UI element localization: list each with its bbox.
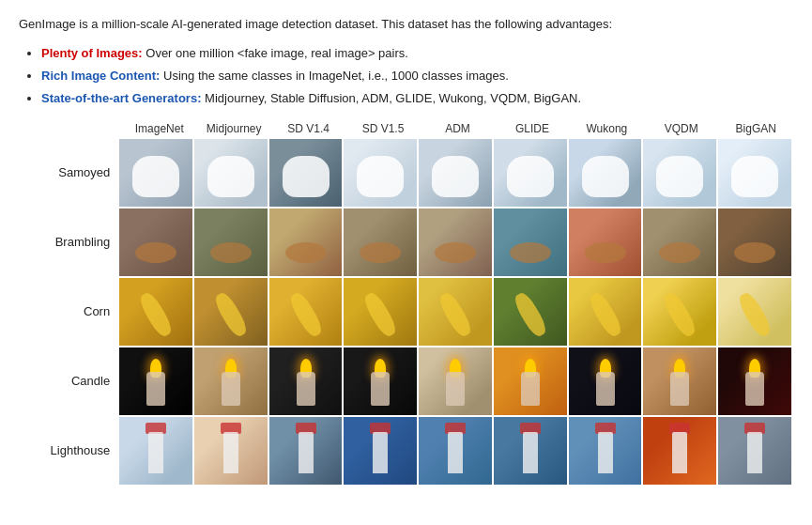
candle-sdv14 [269,347,343,415]
samoyed-imagenet [119,139,192,207]
column-headers: ImageNet Midjourney SD V1.4 SD V1.5 ADM … [122,122,793,139]
col-midjourney: Midjourney [196,122,270,139]
row-samoyed: Samoyed [19,139,793,207]
brambling-glide [494,208,567,276]
samoyed-sdv15 [344,139,417,207]
row-candle: Candle [19,347,793,415]
candle-sdv15 [344,347,417,415]
label-candle: Candle [19,374,119,388]
bullet-3: State-of-the-art Generators: Midjourney,… [41,88,793,109]
lighthouse-wukong [569,417,642,485]
bullet-2-label: Rich Image Content: [41,69,160,83]
brambling-sdv15 [344,208,417,276]
corn-vqdm [643,278,716,346]
bullet-2-text: Using the same classes in ImageNet, i.e.… [163,69,509,83]
samoyed-biggan [718,139,791,207]
corn-sdv14 [269,278,343,346]
samoyed-sdv14 [269,139,343,207]
brambling-imagenet [119,208,192,276]
bullet-3-text: Midjourney, Stable Diffusion, ADM, GLIDE… [205,91,581,105]
lighthouse-vqdm [643,417,716,485]
row-brambling: Brambling [19,208,793,276]
col-wukong: Wukong [570,122,644,139]
samoyed-vqdm [643,139,716,207]
lighthouse-adm [419,417,492,485]
bullet-1-label: Plenty of Images: [41,46,143,60]
brambling-sdv14 [269,208,343,276]
corn-sdv15 [344,278,417,346]
brambling-wukong [569,208,642,276]
candle-vqdm [643,347,716,415]
samoyed-glide [494,139,567,207]
bullet-2: Rich Image Content: Using the same class… [41,66,793,86]
candle-glide [494,347,567,415]
label-corn: Corn [19,304,119,318]
col-vqdm: VQDM [644,122,718,139]
label-brambling: Brambling [19,235,119,249]
lighthouse-imagenet [119,417,192,485]
label-samoyed: Samoyed [19,165,119,179]
lighthouse-sdv15 [344,417,417,485]
row-lighthouse: Lighthouse [19,417,793,485]
lighthouse-sdv14 [269,417,343,485]
corn-wukong [569,278,642,346]
candle-biggan [718,347,791,415]
samoyed-wukong [569,139,642,207]
feature-list: Plenty of Images: Over one million <fake… [41,43,793,109]
corn-midjourney [194,278,268,346]
candle-wukong [569,347,642,415]
col-adm: ADM [421,122,495,139]
bullet-1-text: Over one million <fake image, real image… [146,46,408,60]
bullet-1: Plenty of Images: Over one million <fake… [41,43,793,64]
col-biggan: BigGAN [719,122,793,139]
samoyed-adm [419,139,492,207]
candle-imagenet [119,347,192,415]
samoyed-midjourney [194,139,268,207]
lighthouse-biggan [718,417,791,485]
image-grid: ImageNet Midjourney SD V1.4 SD V1.5 ADM … [19,122,793,486]
corn-adm [419,278,492,346]
brambling-biggan [718,208,791,276]
candle-adm [419,347,492,415]
col-sdv14: SD V1.4 [271,122,345,139]
corn-imagenet [119,278,192,346]
col-imagenet: ImageNet [122,122,196,139]
lighthouse-midjourney [194,417,268,485]
col-sdv15: SD V1.5 [345,122,420,139]
brambling-vqdm [643,208,716,276]
label-lighthouse: Lighthouse [19,443,119,457]
intro-paragraph: GenImage is a million-scale AI-generated… [19,15,793,34]
corn-glide [494,278,567,346]
col-glide: GLIDE [495,122,569,139]
corn-biggan [718,278,791,346]
candle-midjourney [194,347,268,415]
brambling-midjourney [194,208,268,276]
bullet-3-label: State-of-the-art Generators: [41,91,201,105]
brambling-adm [419,208,492,276]
row-corn: Corn [19,278,793,346]
lighthouse-glide [494,417,567,485]
